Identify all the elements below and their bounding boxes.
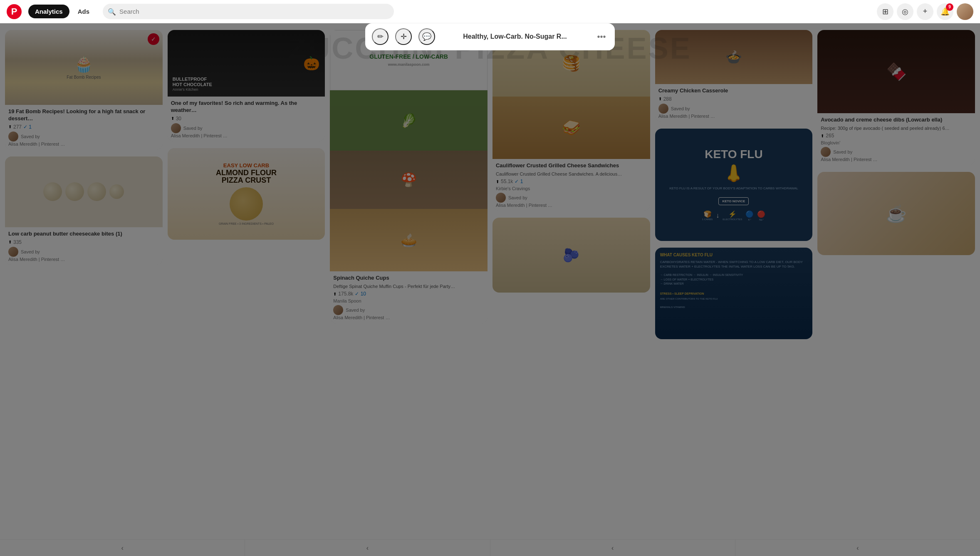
user-avatar[interactable] bbox=[957, 3, 973, 20]
compass-button[interactable]: ◎ bbox=[897, 3, 913, 20]
nav-analytics[interactable]: Analytics bbox=[28, 5, 69, 18]
edit-icon: ✏ bbox=[377, 32, 384, 41]
pinterest-logo[interactable]: P bbox=[7, 4, 22, 19]
modal-toolbar: ✏ ✛ 💬 Healthy, Low-Carb. No-Sugar R... •… bbox=[365, 23, 615, 50]
compass-icon: ◎ bbox=[902, 7, 908, 16]
grid-icon: ⊞ bbox=[882, 7, 888, 16]
avatar-image bbox=[957, 3, 973, 20]
grid-button[interactable]: ⊞ bbox=[877, 3, 893, 20]
notifications-button[interactable]: 🔔 9 bbox=[937, 3, 953, 20]
add-button[interactable]: + bbox=[917, 3, 933, 20]
plus-icon: + bbox=[923, 7, 928, 16]
main-nav: Analytics Ads bbox=[28, 5, 96, 18]
modal-title: Healthy, Low-Carb. No-Sugar R... bbox=[442, 33, 588, 40]
logo-letter: P bbox=[11, 6, 17, 17]
header-actions: ⊞ ◎ + 🔔 9 bbox=[877, 3, 973, 20]
edit-button[interactable]: ✏ bbox=[372, 28, 389, 45]
modal-overlay[interactable]: ✏ ✛ 💬 Healthy, Low-Carb. No-Sugar R... •… bbox=[0, 0, 980, 346]
search-bar: 🔍 bbox=[103, 4, 394, 19]
search-input[interactable] bbox=[103, 4, 394, 19]
more-options-icon[interactable]: ••• bbox=[595, 30, 608, 43]
notification-badge: 9 bbox=[946, 3, 953, 11]
nav-ads[interactable]: Ads bbox=[71, 5, 96, 18]
move-button[interactable]: ✛ bbox=[395, 28, 412, 45]
move-icon: ✛ bbox=[401, 32, 407, 41]
search-icon: 🔍 bbox=[108, 7, 116, 15]
comment-button[interactable]: 💬 bbox=[418, 28, 435, 45]
comment-icon: 💬 bbox=[422, 32, 431, 41]
app-header: P Analytics Ads 🔍 ⊞ ◎ + 🔔 9 bbox=[0, 0, 980, 23]
modal-container: ✏ ✛ 💬 Healthy, Low-Carb. No-Sugar R... •… bbox=[365, 23, 615, 50]
